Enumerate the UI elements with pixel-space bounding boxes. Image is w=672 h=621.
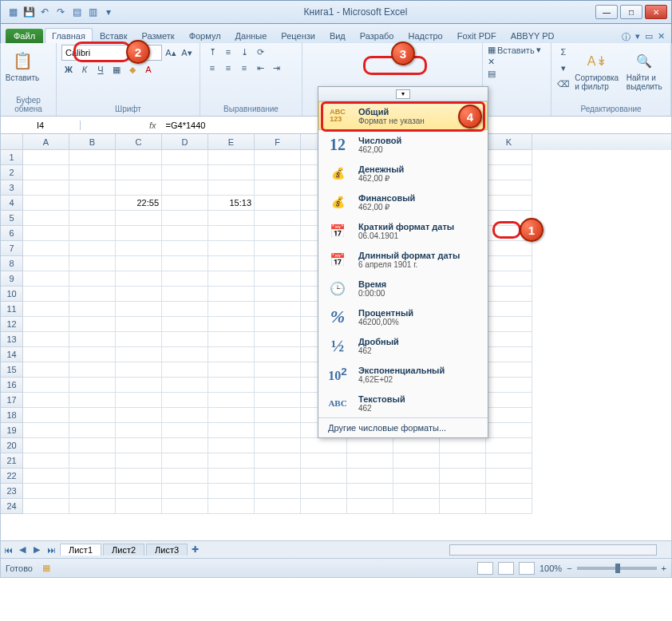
cell[interactable]: [486, 196, 532, 211]
cell[interactable]: [69, 150, 116, 165]
cell[interactable]: [116, 226, 162, 241]
column-header[interactable]: K: [486, 134, 532, 150]
cell[interactable]: [69, 256, 116, 271]
cell[interactable]: [208, 211, 255, 226]
cell[interactable]: [208, 226, 255, 241]
cell[interactable]: [255, 287, 301, 302]
cell[interactable]: [208, 180, 255, 196]
cell[interactable]: [23, 180, 69, 196]
cell[interactable]: [208, 332, 255, 347]
cell[interactable]: [69, 211, 116, 226]
cell[interactable]: [486, 317, 532, 332]
qat-icon[interactable]: ▾: [101, 5, 116, 19]
cell[interactable]: [486, 180, 532, 196]
macro-icon[interactable]: ▦: [42, 563, 50, 573]
format-option[interactable]: 💰Денежный462,00 ₽: [318, 159, 488, 188]
font-family-select[interactable]: Calibri: [61, 45, 133, 61]
cell[interactable]: [69, 226, 116, 241]
cell[interactable]: 15:13: [208, 196, 255, 211]
cell[interactable]: [208, 378, 255, 393]
row-header[interactable]: 5: [1, 211, 23, 226]
cell[interactable]: [162, 408, 208, 423]
cell[interactable]: [255, 150, 301, 165]
cell[interactable]: [255, 347, 301, 362]
shrink-font-icon[interactable]: A▾: [180, 45, 194, 60]
cell[interactable]: [116, 256, 162, 271]
sheet-nav-prev[interactable]: ◀: [15, 544, 30, 555]
cell[interactable]: [208, 150, 255, 165]
autosum-icon[interactable]: Σ: [556, 45, 571, 59]
cell[interactable]: [162, 469, 208, 484]
view-layout[interactable]: [498, 562, 514, 575]
cell[interactable]: [347, 438, 393, 453]
sheet-tab[interactable]: Лист3: [146, 544, 188, 556]
cell[interactable]: [23, 302, 69, 317]
cell[interactable]: [162, 196, 208, 211]
cell[interactable]: [486, 241, 532, 256]
zoom-out[interactable]: −: [567, 564, 571, 573]
cell[interactable]: [255, 165, 301, 180]
cell[interactable]: [116, 347, 162, 362]
cell[interactable]: [23, 347, 69, 362]
cell[interactable]: [208, 347, 255, 362]
cell[interactable]: [208, 317, 255, 332]
cell[interactable]: [255, 469, 301, 484]
cell[interactable]: [23, 165, 69, 180]
sheet-tab[interactable]: Лист2: [103, 544, 144, 556]
column-header[interactable]: B: [69, 134, 116, 150]
sheet-nav-first[interactable]: ⏮: [1, 545, 15, 555]
grow-font-icon[interactable]: A▴: [164, 45, 178, 60]
view-normal[interactable]: [477, 562, 493, 575]
cell[interactable]: [255, 438, 301, 453]
cell[interactable]: [162, 393, 208, 408]
cell[interactable]: [23, 408, 69, 423]
cell[interactable]: [393, 453, 440, 469]
cell[interactable]: [116, 287, 162, 302]
cell[interactable]: [486, 378, 532, 393]
cell[interactable]: [116, 378, 162, 393]
cell[interactable]: [255, 271, 301, 287]
undo-icon[interactable]: ↶: [38, 5, 52, 19]
format-option[interactable]: 12Числовой462,00: [318, 130, 488, 159]
cell[interactable]: [255, 302, 301, 317]
bold-icon[interactable]: Ж: [61, 62, 76, 77]
cell[interactable]: [255, 453, 301, 469]
cell[interactable]: [486, 438, 532, 453]
cell[interactable]: [440, 438, 486, 453]
cell[interactable]: [255, 196, 301, 211]
cell[interactable]: [208, 287, 255, 302]
row-header[interactable]: 11: [1, 302, 23, 317]
cell[interactable]: [486, 423, 532, 438]
cell[interactable]: [23, 484, 69, 499]
format-option[interactable]: 102Экспоненциальный4,62E+02: [318, 360, 488, 389]
cell[interactable]: [486, 302, 532, 317]
fill-icon[interactable]: ▾: [556, 61, 571, 75]
align-bottom-icon[interactable]: ⤓: [237, 45, 251, 59]
tab-addins[interactable]: Надстро: [401, 28, 449, 43]
column-header[interactable]: F: [255, 134, 301, 150]
cell[interactable]: [255, 317, 301, 332]
cell[interactable]: [208, 302, 255, 317]
format-option[interactable]: ½Дробный462: [318, 331, 488, 360]
cell[interactable]: [347, 453, 393, 469]
cell[interactable]: [255, 408, 301, 423]
cell[interactable]: [162, 423, 208, 438]
format-option[interactable]: 📅Длинный формат даты6 апреля 1901 г.: [318, 245, 488, 274]
cell[interactable]: [255, 499, 301, 514]
cell[interactable]: [301, 438, 347, 453]
tab-foxit[interactable]: Foxit PDF: [450, 28, 504, 43]
window-close-icon[interactable]: ✕: [658, 31, 665, 43]
align-right-icon[interactable]: ≡: [237, 61, 251, 75]
cell[interactable]: [162, 378, 208, 393]
cell[interactable]: [255, 393, 301, 408]
cell[interactable]: [393, 438, 440, 453]
cell[interactable]: [23, 271, 69, 287]
cell[interactable]: [255, 423, 301, 438]
cell[interactable]: [486, 150, 532, 165]
redo-icon[interactable]: ↷: [53, 5, 68, 19]
cell[interactable]: [69, 408, 116, 423]
cells-format[interactable]: ▤: [488, 69, 496, 79]
cell[interactable]: [393, 484, 440, 499]
cell[interactable]: [486, 256, 532, 271]
cell[interactable]: [69, 196, 116, 211]
